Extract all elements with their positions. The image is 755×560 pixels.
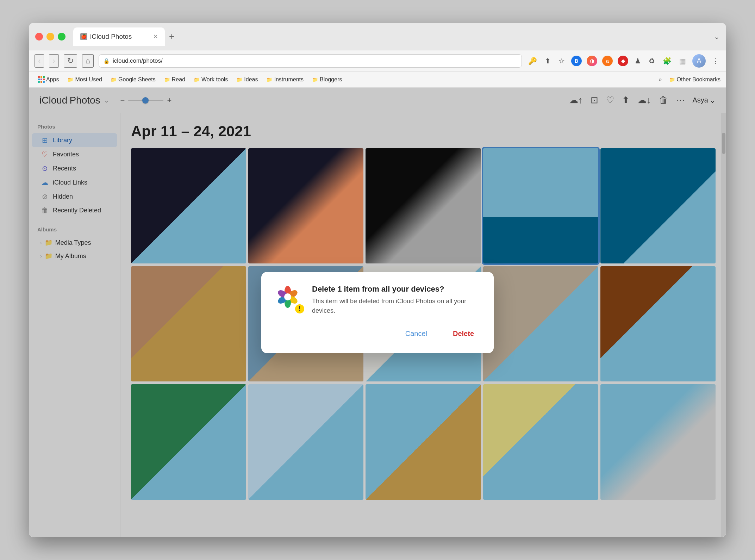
bookmark-apps[interactable]: Apps (35, 75, 62, 84)
delete-dialog: ! Delete 1 item from all your devices? T… (261, 272, 494, 353)
traffic-lights (35, 33, 65, 41)
focus-extension-icon[interactable]: ◆ (618, 56, 628, 66)
main-content: iCloud Photos ⌄ − + ☁↑ ⊡ ♡ ⬆ ☁↓ 🗑 ⋯ (29, 88, 726, 537)
dialog-title: Delete 1 item from all your devices? (312, 285, 480, 294)
bookmark-instruments[interactable]: 📁 Instruments (263, 75, 307, 84)
folder-icon-3: 📁 (164, 77, 170, 82)
most-used-label: Most Used (75, 76, 102, 83)
work-tools-label: Work tools (201, 76, 228, 83)
active-tab[interactable]: 🍎 iCloud Photos ✕ (73, 27, 165, 46)
lock-icon: 🔒 (103, 58, 110, 64)
warning-badge: ! (294, 304, 305, 314)
sidebar-toggle-icon[interactable]: ▦ (678, 55, 687, 67)
google-sheets-label: Google Sheets (118, 76, 156, 83)
extensions-icon[interactable]: 🧩 (661, 55, 673, 67)
address-bar[interactable]: 🔒 icloud.com/photos/ (99, 54, 522, 68)
back-button[interactable]: ‹ (35, 54, 44, 68)
user-avatar[interactable]: A (692, 54, 706, 68)
tab-title: iCloud Photos (90, 33, 132, 41)
bookmark-most-used[interactable]: 📁 Most Used (64, 75, 105, 84)
ideas-label: Ideas (244, 76, 258, 83)
cancel-button[interactable]: Cancel (400, 327, 433, 341)
title-bar: 🍎 iCloud Photos ✕ + ⌄ (29, 23, 726, 50)
bloggers-label: Bloggers (320, 76, 342, 83)
nav-icons: 🔑 ⬆ ☆ B ◑ a ◆ ♟ ♻ 🧩 ▦ A ⋮ (527, 54, 720, 68)
folder-icon-6: 📁 (266, 77, 272, 82)
minimize-button[interactable] (46, 33, 54, 41)
close-button[interactable] (35, 33, 43, 41)
maximize-button[interactable] (58, 33, 65, 41)
tab-bar: 🍎 iCloud Photos ✕ + ⌄ (73, 27, 720, 46)
bookmark-bloggers[interactable]: 📁 Bloggers (308, 75, 345, 84)
new-tab-button[interactable]: + (165, 31, 179, 42)
home-button[interactable]: ⌂ (82, 54, 94, 68)
tab-chevron-icon[interactable]: ⌄ (714, 32, 720, 41)
dialog-overlay: ! Delete 1 item from all your devices? T… (29, 88, 726, 537)
dialog-separator (440, 329, 440, 338)
dialog-actions: Cancel Delete (275, 327, 480, 341)
delete-button[interactable]: Delete (447, 327, 480, 341)
nav-bar: ‹ › ↻ ⌂ 🔒 icloud.com/photos/ 🔑 ⬆ ☆ B ◑ a… (29, 50, 726, 71)
bookmark-work-tools[interactable]: 📁 Work tools (190, 75, 231, 84)
share-icon[interactable]: ⬆ (543, 55, 552, 67)
menu-icon[interactable]: ⋮ (711, 55, 720, 67)
forward-button[interactable]: › (49, 54, 58, 68)
read-label: Read (172, 76, 185, 83)
puzzle-icon[interactable]: ♟ (633, 55, 642, 67)
apps-label: Apps (46, 76, 59, 83)
folder-icon-5: 📁 (236, 77, 242, 82)
other-bookmarks-label: Other Bookmarks (677, 76, 720, 83)
tab-close-button[interactable]: ✕ (153, 33, 158, 40)
svg-point-6 (284, 293, 291, 300)
instruments-label: Instruments (274, 76, 304, 83)
bookmarks-more-button[interactable]: » (656, 75, 665, 84)
translate-extension-icon[interactable]: B (571, 56, 582, 66)
folder-icon: 📁 (67, 77, 73, 82)
url-text: icloud.com/photos/ (113, 57, 163, 64)
dialog-content: ! Delete 1 item from all your devices? T… (275, 285, 480, 316)
bookmark-read[interactable]: 📁 Read (161, 75, 189, 84)
bookmark-google-sheets[interactable]: 📁 Google Sheets (107, 75, 159, 84)
folder-icon-4: 📁 (194, 77, 200, 82)
folder-icon-2: 📁 (111, 77, 117, 82)
dialog-icon-container: ! (275, 285, 304, 313)
recycle-icon[interactable]: ♻ (647, 55, 656, 67)
folder-icon-7: 📁 (312, 77, 318, 82)
amazon-extension-icon[interactable]: a (602, 56, 613, 66)
dialog-body: This item will be deleted from iCloud Ph… (312, 297, 480, 316)
folder-icon-other: 📁 (669, 77, 675, 82)
browser-window: 🍎 iCloud Photos ✕ + ⌄ ‹ › ↻ ⌂ 🔒 icloud.c… (29, 23, 726, 537)
apps-grid-icon (38, 76, 44, 83)
refresh-button[interactable]: ↻ (64, 54, 77, 68)
arc-extension-icon[interactable]: ◑ (587, 56, 597, 66)
bookmark-star-icon[interactable]: ☆ (557, 55, 566, 67)
other-bookmarks[interactable]: 📁 Other Bookmarks (669, 76, 720, 83)
tab-favicon: 🍎 (80, 33, 87, 40)
key-icon[interactable]: 🔑 (527, 55, 538, 67)
bookmark-ideas[interactable]: 📁 Ideas (233, 75, 261, 84)
bookmarks-bar: Apps 📁 Most Used 📁 Google Sheets 📁 Read … (29, 71, 726, 88)
dialog-text: Delete 1 item from all your devices? Thi… (312, 285, 480, 316)
